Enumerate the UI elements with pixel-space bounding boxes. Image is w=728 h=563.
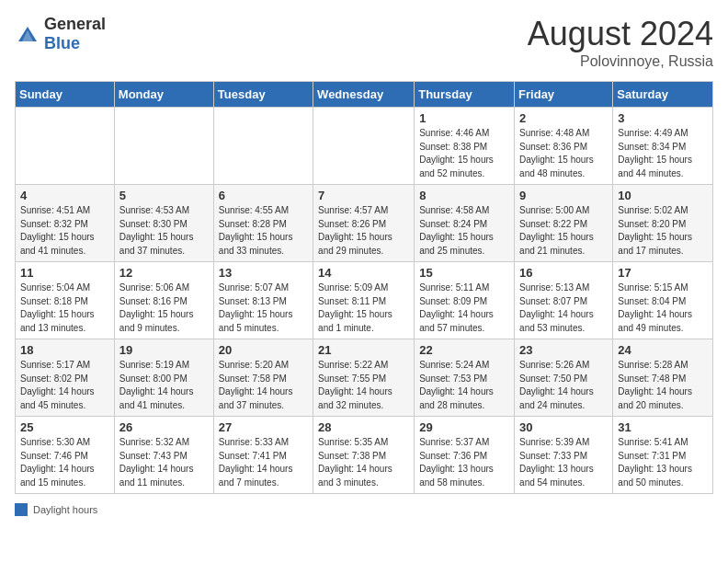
weekday-header-row: SundayMondayTuesdayWednesdayThursdayFrid… — [16, 82, 713, 108]
calendar-week-row: 18Sunrise: 5:17 AM Sunset: 8:02 PM Dayli… — [16, 339, 713, 417]
day-info: Sunrise: 5:33 AM Sunset: 7:41 PM Dayligh… — [219, 436, 308, 489]
day-number: 17 — [618, 266, 708, 280]
day-number: 18 — [20, 343, 109, 357]
calendar-cell: 12Sunrise: 5:06 AM Sunset: 8:16 PM Dayli… — [114, 262, 213, 339]
calendar-cell — [114, 108, 213, 185]
weekday-header-thursday: Thursday — [415, 82, 515, 108]
location-subtitle: Polovinnoye, Russia — [528, 53, 713, 70]
day-info: Sunrise: 5:13 AM Sunset: 8:07 PM Dayligh… — [519, 282, 608, 335]
day-number: 9 — [519, 189, 608, 202]
day-number: 21 — [318, 343, 409, 357]
day-info: Sunrise: 4:58 AM Sunset: 8:24 PM Dayligh… — [419, 204, 509, 258]
calendar-cell: 14Sunrise: 5:09 AM Sunset: 8:11 PM Dayli… — [313, 262, 415, 339]
footer: Daylight hours — [15, 503, 713, 516]
day-info: Sunrise: 5:22 AM Sunset: 7:55 PM Dayligh… — [318, 359, 409, 412]
day-number: 20 — [219, 343, 308, 357]
day-number: 22 — [419, 343, 509, 357]
day-number: 28 — [318, 420, 409, 434]
day-number: 23 — [519, 343, 608, 357]
calendar-cell — [213, 108, 313, 185]
calendar-cell: 8Sunrise: 4:58 AM Sunset: 8:24 PM Daylig… — [415, 185, 515, 262]
day-info: Sunrise: 4:53 AM Sunset: 8:30 PM Dayligh… — [119, 204, 209, 258]
calendar-cell: 19Sunrise: 5:19 AM Sunset: 8:00 PM Dayli… — [114, 339, 213, 417]
day-number: 4 — [20, 189, 109, 202]
calendar-cell: 16Sunrise: 5:13 AM Sunset: 8:07 PM Dayli… — [515, 262, 613, 339]
day-info: Sunrise: 4:46 AM Sunset: 8:38 PM Dayligh… — [419, 127, 509, 180]
day-number: 27 — [219, 420, 308, 434]
calendar-cell: 18Sunrise: 5:17 AM Sunset: 8:02 PM Dayli… — [16, 339, 115, 417]
calendar-cell: 7Sunrise: 4:57 AM Sunset: 8:26 PM Daylig… — [313, 185, 415, 262]
calendar-cell: 23Sunrise: 5:26 AM Sunset: 7:50 PM Dayli… — [515, 339, 613, 417]
calendar-week-row: 11Sunrise: 5:04 AM Sunset: 8:18 PM Dayli… — [16, 262, 713, 339]
calendar-cell: 3Sunrise: 4:49 AM Sunset: 8:34 PM Daylig… — [613, 108, 713, 185]
day-number: 24 — [618, 343, 708, 357]
day-number: 14 — [318, 266, 409, 280]
day-info: Sunrise: 5:30 AM Sunset: 7:46 PM Dayligh… — [20, 436, 109, 489]
weekday-header-saturday: Saturday — [613, 82, 713, 108]
calendar-cell: 9Sunrise: 5:00 AM Sunset: 8:22 PM Daylig… — [515, 185, 613, 262]
calendar-cell: 5Sunrise: 4:53 AM Sunset: 8:30 PM Daylig… — [114, 185, 213, 262]
day-number: 29 — [419, 420, 509, 434]
day-info: Sunrise: 4:55 AM Sunset: 8:28 PM Dayligh… — [219, 204, 308, 258]
day-number: 31 — [618, 420, 708, 434]
day-number: 5 — [119, 189, 209, 202]
calendar-cell — [16, 108, 115, 185]
legend-label: Daylight hours — [33, 504, 97, 515]
calendar-cell: 24Sunrise: 5:28 AM Sunset: 7:48 PM Dayli… — [613, 339, 713, 417]
calendar-cell: 28Sunrise: 5:35 AM Sunset: 7:38 PM Dayli… — [313, 417, 415, 494]
calendar-cell: 21Sunrise: 5:22 AM Sunset: 7:55 PM Dayli… — [313, 339, 415, 417]
day-info: Sunrise: 5:20 AM Sunset: 7:58 PM Dayligh… — [219, 359, 308, 412]
day-info: Sunrise: 5:11 AM Sunset: 8:09 PM Dayligh… — [419, 282, 509, 335]
calendar-cell: 31Sunrise: 5:41 AM Sunset: 7:31 PM Dayli… — [613, 417, 713, 494]
day-info: Sunrise: 4:57 AM Sunset: 8:26 PM Dayligh… — [318, 204, 409, 258]
calendar-cell: 30Sunrise: 5:39 AM Sunset: 7:33 PM Dayli… — [515, 417, 613, 494]
weekday-header-monday: Monday — [114, 82, 213, 108]
day-info: Sunrise: 4:51 AM Sunset: 8:32 PM Dayligh… — [20, 204, 109, 258]
calendar-cell: 15Sunrise: 5:11 AM Sunset: 8:09 PM Dayli… — [415, 262, 515, 339]
day-info: Sunrise: 5:41 AM Sunset: 7:31 PM Dayligh… — [618, 436, 708, 489]
calendar-cell: 2Sunrise: 4:48 AM Sunset: 8:36 PM Daylig… — [515, 108, 613, 185]
weekday-header-friday: Friday — [515, 82, 613, 108]
day-number: 10 — [618, 189, 708, 202]
day-info: Sunrise: 5:02 AM Sunset: 8:20 PM Dayligh… — [618, 204, 708, 258]
calendar-cell: 17Sunrise: 5:15 AM Sunset: 8:04 PM Dayli… — [613, 262, 713, 339]
legend-color-box — [15, 503, 28, 516]
calendar-cell — [313, 108, 415, 185]
day-info: Sunrise: 5:28 AM Sunset: 7:48 PM Dayligh… — [618, 359, 708, 412]
logo-general-text: General — [44, 15, 106, 33]
day-info: Sunrise: 5:00 AM Sunset: 8:22 PM Dayligh… — [519, 204, 608, 258]
day-info: Sunrise: 5:17 AM Sunset: 8:02 PM Dayligh… — [20, 359, 109, 412]
day-info: Sunrise: 5:35 AM Sunset: 7:38 PM Dayligh… — [318, 436, 409, 489]
day-info: Sunrise: 4:49 AM Sunset: 8:34 PM Dayligh… — [618, 127, 708, 180]
calendar-cell: 27Sunrise: 5:33 AM Sunset: 7:41 PM Dayli… — [213, 417, 313, 494]
day-number: 11 — [20, 266, 109, 280]
calendar-week-row: 4Sunrise: 4:51 AM Sunset: 8:32 PM Daylig… — [16, 185, 713, 262]
calendar-week-row: 25Sunrise: 5:30 AM Sunset: 7:46 PM Dayli… — [16, 417, 713, 494]
calendar-cell: 26Sunrise: 5:32 AM Sunset: 7:43 PM Dayli… — [114, 417, 213, 494]
day-info: Sunrise: 5:24 AM Sunset: 7:53 PM Dayligh… — [419, 359, 509, 412]
day-info: Sunrise: 4:48 AM Sunset: 8:36 PM Dayligh… — [519, 127, 608, 180]
day-info: Sunrise: 5:09 AM Sunset: 8:11 PM Dayligh… — [318, 282, 409, 335]
day-info: Sunrise: 5:39 AM Sunset: 7:33 PM Dayligh… — [519, 436, 608, 489]
weekday-header-sunday: Sunday — [16, 82, 115, 108]
month-year-title: August 2024 — [528, 15, 713, 53]
day-number: 7 — [318, 189, 409, 202]
calendar-cell: 13Sunrise: 5:07 AM Sunset: 8:13 PM Dayli… — [213, 262, 313, 339]
day-number: 30 — [519, 420, 608, 434]
logo-icon — [15, 21, 40, 47]
weekday-header-wednesday: Wednesday — [313, 82, 415, 108]
day-number: 1 — [419, 111, 509, 125]
day-number: 15 — [419, 266, 509, 280]
day-info: Sunrise: 5:07 AM Sunset: 8:13 PM Dayligh… — [219, 282, 308, 335]
day-number: 12 — [119, 266, 209, 280]
calendar-cell: 10Sunrise: 5:02 AM Sunset: 8:20 PM Dayli… — [613, 185, 713, 262]
day-number: 25 — [20, 420, 109, 434]
day-number: 26 — [119, 420, 209, 434]
day-number: 16 — [519, 266, 608, 280]
weekday-header-tuesday: Tuesday — [213, 82, 313, 108]
day-info: Sunrise: 5:37 AM Sunset: 7:36 PM Dayligh… — [419, 436, 509, 489]
logo-blue-text: Blue — [44, 34, 80, 52]
day-info: Sunrise: 5:06 AM Sunset: 8:16 PM Dayligh… — [119, 282, 209, 335]
day-number: 2 — [519, 111, 608, 125]
day-number: 3 — [618, 111, 708, 125]
